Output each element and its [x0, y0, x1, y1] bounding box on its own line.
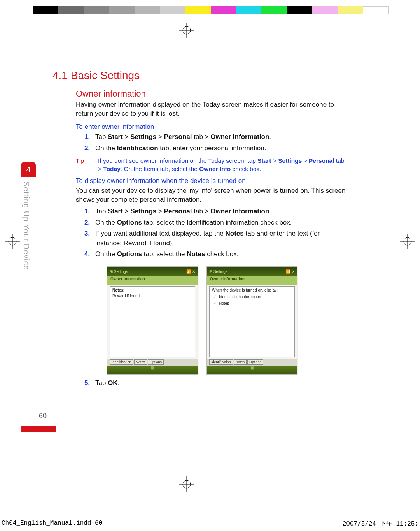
steps-list-2-cont: Tap OK. — [76, 378, 348, 388]
steps-list-2: Tap Start > Settings > Personal tab > Ow… — [76, 207, 348, 259]
section-number: 4.1 — [52, 69, 68, 81]
page-number: 60 — [39, 412, 47, 420]
chapter-tab: 4 — [21, 162, 36, 177]
step: On the Identiﬁcation tab, enter your per… — [95, 144, 348, 153]
page-number-bar — [21, 426, 56, 432]
tip-label: Tip — [76, 157, 84, 173]
device-screenshots: ⊞ Settings📶 ✕ Owner Information Notes: R… — [107, 266, 348, 375]
screenshot-notes-tab: ⊞ Settings📶 ✕ Owner Information Notes: R… — [107, 266, 198, 375]
footer-timestamp: 2007/5/24 下午 11:25: — [343, 520, 418, 528]
page-content: 4.1 Basic Settings Owner information Hav… — [52, 69, 348, 392]
tip-block: Tip If you don't see owner information o… — [76, 157, 348, 173]
intro-paragraph: Having owner information displayed on th… — [76, 100, 348, 118]
step: On the Options tab, select the Identific… — [95, 218, 348, 228]
step: Tap Start > Settings > Personal tab > Ow… — [95, 207, 348, 216]
section-heading: 4.1 Basic Settings — [52, 69, 348, 82]
footer-file: Ch04_English_Manual.indd 60 — [2, 520, 102, 528]
subsection-heading: Owner information — [76, 89, 348, 99]
step: If you want additional text displayed, t… — [95, 229, 348, 248]
print-color-bar — [33, 6, 389, 14]
paragraph: You can set your device to display the '… — [76, 186, 348, 204]
tip-text: If you don't see owner information on th… — [98, 157, 348, 173]
section-title: Basic Settings — [71, 69, 140, 81]
screenshot-options-tab: ⊞ Settings📶 ✕ Owner Information When the… — [206, 266, 298, 375]
print-footer: Ch04_English_Manual.indd 60 2007/5/24 下午… — [2, 520, 418, 528]
registration-mark — [179, 23, 194, 38]
registration-mark — [400, 234, 415, 249]
registration-mark — [179, 476, 194, 492]
step: Tap OK. — [95, 378, 348, 388]
step: On the Options tab, select the Notes che… — [95, 250, 348, 259]
step: Tap Start > Settings > Personal tab > Ow… — [95, 132, 348, 142]
chapter-side-label: Setting Up Your Device — [22, 181, 31, 270]
procedure-heading: To display owner information when the de… — [76, 177, 348, 185]
registration-mark — [5, 234, 20, 249]
procedure-heading: To enter owner information — [76, 123, 348, 131]
steps-list-1: Tap Start > Settings > Personal tab > Ow… — [76, 132, 348, 153]
